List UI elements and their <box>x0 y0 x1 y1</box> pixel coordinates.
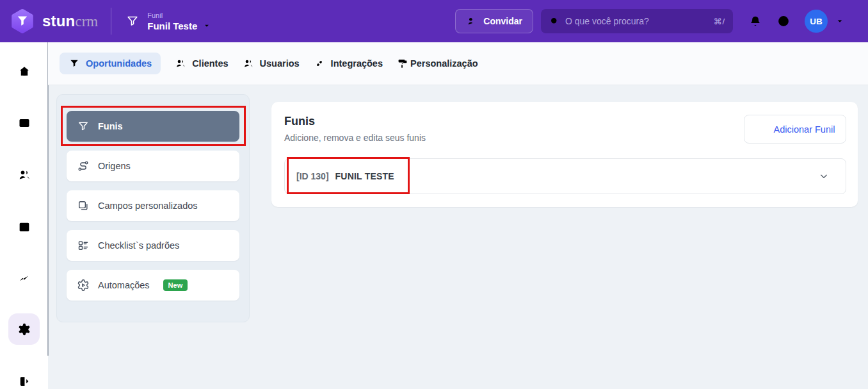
tab-label: Clientes <box>192 58 228 69</box>
funnel-selector[interactable]: Funil Funil Teste <box>125 12 211 31</box>
new-badge: New <box>163 279 188 291</box>
chevron-down-icon <box>202 21 211 30</box>
chart-icon <box>17 272 31 286</box>
users-icon <box>243 58 254 69</box>
user-menu-chevron-icon[interactable] <box>835 16 845 26</box>
settings-tab-bar: Oportunidades Clientes Usuarios Integraç… <box>48 42 868 85</box>
person-plus-icon <box>466 15 478 27</box>
plus-icon <box>755 124 767 135</box>
page-title: Funis <box>284 115 315 128</box>
settings-menu-item-origens[interactable]: Origens <box>67 151 239 181</box>
tab-label: Integrações <box>331 58 383 69</box>
settings-menu-item-funis[interactable]: Funis <box>67 111 239 142</box>
logout-icon <box>17 374 31 388</box>
menu-item-label: Automações <box>98 280 150 290</box>
header-divider <box>111 8 111 35</box>
brand-name: stun <box>42 12 75 29</box>
rail-scrollbar <box>47 42 49 356</box>
settings-menu-item-campos-personalizados[interactable]: Campos personalizados <box>67 190 239 221</box>
tab-personalizacao[interactable]: Personalização <box>397 58 478 69</box>
brand-suffix: crm <box>75 13 98 29</box>
tab-integracoes[interactable]: Integrações <box>314 58 383 69</box>
avatar[interactable]: UB <box>805 10 828 33</box>
brand-hexagon-funnel-icon <box>9 8 36 35</box>
menu-item-label: Checklist`s padrões <box>98 240 179 251</box>
funnel-selector-label: Funil <box>147 12 211 19</box>
tab-label: Usuarios <box>260 58 300 69</box>
checklist-icon <box>77 239 90 252</box>
funnels-card: Funis Adicione, remova e edita seus funi… <box>271 102 858 207</box>
calendar-icon <box>17 220 31 234</box>
tab-label: Personalização <box>410 58 478 69</box>
add-funnel-button[interactable]: Adicionar Funil <box>744 115 846 144</box>
invite-button-label: Convidar <box>483 16 522 26</box>
gear-icon <box>17 322 31 336</box>
menu-item-label: Funis <box>98 121 123 131</box>
settings-menu-item-automacoes[interactable]: Automações New <box>67 270 239 301</box>
funnel-icon <box>68 58 80 69</box>
rail-inbox-button[interactable] <box>0 116 48 130</box>
menu-item-label: Campos personalizados <box>98 201 198 211</box>
tab-usuarios[interactable]: Usuarios <box>243 58 300 69</box>
automation-gear-play-icon <box>77 279 90 292</box>
inbox-icon <box>17 116 31 130</box>
tab-oportunidades[interactable]: Oportunidades <box>60 53 161 74</box>
funnel-name: FUNIL TESTE <box>335 171 394 181</box>
settings-menu-item-checklists-padroes[interactable]: Checklist`s padrões <box>67 230 239 261</box>
menu-item-label: Origens <box>98 161 131 171</box>
search-shortcut: ⌘/ <box>713 17 725 26</box>
funnel-list-row[interactable]: [ID 130] FUNIL TESTE <box>284 158 846 194</box>
copy-icon <box>77 199 90 212</box>
rail-logout-button[interactable] <box>0 374 48 388</box>
global-search[interactable]: ⌘/ <box>541 9 733 33</box>
top-bar: stuncrm Funil Funil Teste Convidar ⌘/ <box>0 0 868 42</box>
paint-roller-icon <box>397 58 408 69</box>
search-icon <box>549 15 560 27</box>
route-icon <box>77 160 90 172</box>
funnel-icon <box>77 120 90 133</box>
icon-rail <box>0 42 48 389</box>
plug-icon <box>314 58 325 69</box>
settings-menu-panel: Funis Origens Campos personalizados Chec… <box>56 94 250 322</box>
funnel-id: [ID 130] <box>296 171 329 181</box>
rail-contacts-button[interactable] <box>0 168 48 182</box>
rail-settings-button-active[interactable] <box>8 313 40 345</box>
users-icon <box>17 168 31 182</box>
tab-clientes[interactable]: Clientes <box>175 58 228 69</box>
bell-icon[interactable] <box>748 14 762 28</box>
funnel-selector-value: Funil Teste <box>147 21 197 31</box>
rail-home-button[interactable] <box>0 64 48 78</box>
help-icon[interactable] <box>776 14 791 28</box>
app-screen: stuncrm Funil Funil Teste Convidar ⌘/ <box>0 0 868 389</box>
page-subtitle: Adicione, remova e edita seus funis <box>284 133 426 143</box>
invite-button[interactable]: Convidar <box>455 9 533 33</box>
rail-calendar-button[interactable] <box>0 220 48 234</box>
search-input[interactable] <box>565 16 713 26</box>
users-icon <box>175 58 186 69</box>
home-icon <box>17 64 31 78</box>
brand-logo[interactable]: stuncrm <box>9 8 98 35</box>
tab-label: Oportunidades <box>86 58 152 69</box>
add-funnel-label: Adicionar Funil <box>774 124 835 135</box>
expand-chevron-icon[interactable] <box>817 170 830 183</box>
rail-reports-button[interactable] <box>0 272 48 286</box>
funnel-icon <box>125 14 140 28</box>
